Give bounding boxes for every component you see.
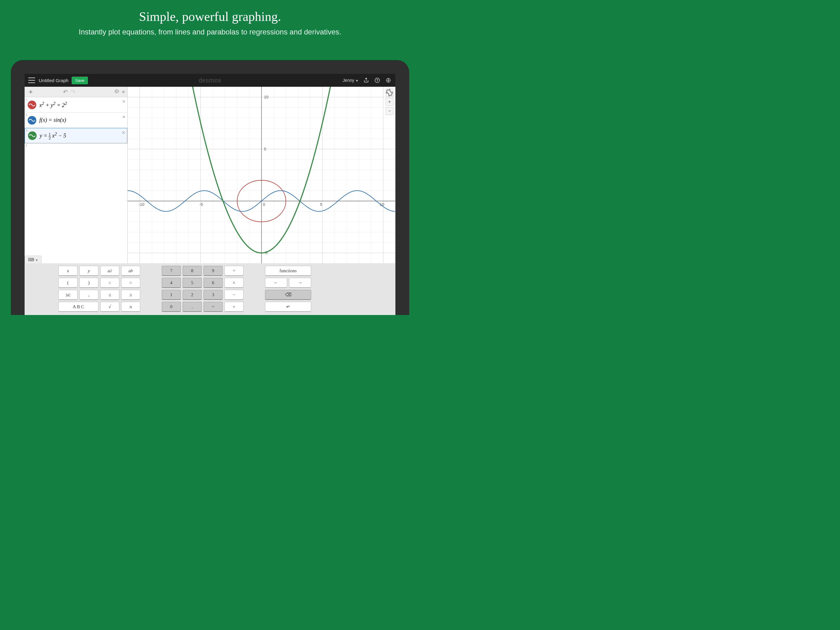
share-icon[interactable] bbox=[363, 77, 369, 84]
expression-formula[interactable]: y = 12 x2 − 5 bbox=[39, 131, 66, 140]
graph-settings-button[interactable] bbox=[385, 89, 393, 97]
keyboard-icon: ⌨ bbox=[28, 257, 34, 262]
key-[interactable]: π bbox=[121, 302, 140, 312]
expression-row[interactable]: 2f(x) = sin(x)× bbox=[25, 112, 127, 128]
expression-row[interactable]: 1x2 + y2 = 22× bbox=[25, 97, 127, 112]
expression-formula[interactable]: f(x) = sin(x) bbox=[39, 117, 66, 123]
delete-expression-button[interactable]: × bbox=[122, 114, 125, 120]
zoom-in-button[interactable]: + bbox=[385, 98, 393, 106]
key-[interactable]: − bbox=[224, 290, 243, 300]
add-expression-button[interactable]: + bbox=[27, 88, 35, 96]
expression-toolbar: + ↶ ↷ « bbox=[25, 87, 127, 97]
key-2[interactable]: 2 bbox=[183, 290, 202, 300]
key-[interactable]: √ bbox=[100, 302, 119, 312]
user-menu[interactable]: Jenny ▼ bbox=[343, 78, 358, 83]
graph-canvas[interactable]: -10-50510-5510 bbox=[128, 87, 395, 263]
key-6[interactable]: 6 bbox=[204, 278, 223, 288]
gear-icon[interactable] bbox=[114, 89, 119, 95]
key-a[interactable]: |a| bbox=[58, 290, 77, 300]
expression-panel: + ↶ ↷ « 1x2 + y2 = 22×2f(x) = sin(x)×3y … bbox=[25, 87, 128, 263]
undo-button[interactable]: ↶ bbox=[63, 89, 68, 95]
hero-title: Simple, powerful graphing. bbox=[0, 9, 420, 24]
key-[interactable]: ≥ bbox=[121, 290, 140, 300]
key-[interactable]: ) bbox=[79, 278, 98, 288]
expression-index: 1 bbox=[25, 98, 27, 101]
key-7[interactable]: 7 bbox=[162, 266, 181, 276]
key-1[interactable]: 1 bbox=[162, 290, 181, 300]
expression-color-icon[interactable] bbox=[28, 101, 36, 109]
brand-logo: desmos bbox=[199, 77, 221, 84]
user-name-label: Jenny bbox=[343, 78, 354, 83]
expression-index: 2 bbox=[25, 113, 27, 116]
keyboard-toggle[interactable]: ⌨ ▼ bbox=[25, 256, 41, 263]
delete-expression-button[interactable]: × bbox=[122, 98, 125, 105]
key-[interactable]: ⌫ bbox=[265, 290, 311, 300]
svg-text:?: ? bbox=[376, 78, 378, 82]
key-[interactable]: ÷ bbox=[224, 266, 243, 276]
expression-color-icon[interactable] bbox=[28, 131, 36, 140]
svg-text:5: 5 bbox=[320, 202, 322, 207]
svg-text:5: 5 bbox=[264, 147, 266, 151]
key-4[interactable]: 4 bbox=[162, 278, 181, 288]
math-keyboard: xya2ab()<>|a|,≤≥A B C√π 789÷456×123−0.=+… bbox=[25, 263, 395, 315]
key-9[interactable]: 9 bbox=[204, 266, 223, 276]
key-0[interactable]: 0 bbox=[162, 302, 181, 312]
key-[interactable]: × bbox=[224, 278, 243, 288]
key-[interactable]: ( bbox=[58, 278, 77, 288]
key-[interactable]: ≤ bbox=[100, 290, 119, 300]
graph-area[interactable]: -10-50510-5510 + − bbox=[128, 87, 395, 263]
expression-color-icon[interactable] bbox=[28, 116, 36, 125]
svg-text:0: 0 bbox=[263, 202, 265, 207]
topbar: Untitled Graph Save desmos Jenny ▼ ? bbox=[25, 74, 395, 87]
delete-expression-button[interactable]: × bbox=[122, 130, 125, 136]
key-[interactable]: < bbox=[100, 278, 119, 288]
svg-text:-5: -5 bbox=[199, 202, 203, 207]
key-abc[interactable]: A B C bbox=[58, 302, 98, 312]
key-[interactable]: ← bbox=[265, 278, 287, 288]
key-[interactable]: ↵ bbox=[265, 302, 311, 312]
key-[interactable]: = bbox=[204, 302, 223, 312]
redo-button[interactable]: ↷ bbox=[71, 89, 75, 95]
key-8[interactable]: 8 bbox=[183, 266, 202, 276]
collapse-panel-button[interactable]: « bbox=[122, 89, 125, 95]
expression-row[interactable]: 3y = 12 x2 − 5× bbox=[25, 128, 127, 143]
key-y[interactable]: y bbox=[79, 266, 98, 276]
graph-title[interactable]: Untitled Graph bbox=[39, 78, 69, 83]
key-3[interactable]: 3 bbox=[204, 290, 223, 300]
zoom-out-button[interactable]: − bbox=[385, 107, 393, 115]
expression-index: 4 bbox=[25, 144, 27, 147]
globe-icon[interactable] bbox=[385, 77, 392, 84]
menu-icon[interactable] bbox=[28, 78, 35, 83]
key-a[interactable]: ab bbox=[121, 266, 140, 276]
key-5[interactable]: 5 bbox=[183, 278, 202, 288]
key-[interactable]: > bbox=[121, 278, 140, 288]
svg-text:10: 10 bbox=[264, 95, 268, 99]
chevron-down-icon: ▼ bbox=[355, 79, 358, 82]
key-[interactable]: , bbox=[79, 290, 98, 300]
key-x[interactable]: x bbox=[58, 266, 77, 276]
expression-row-empty[interactable]: 4 bbox=[25, 143, 127, 151]
key-[interactable]: + bbox=[224, 302, 243, 312]
tablet-frame: Untitled Graph Save desmos Jenny ▼ ? bbox=[11, 60, 409, 315]
key-functions[interactable]: functions bbox=[265, 266, 311, 276]
expression-list: 1x2 + y2 = 22×2f(x) = sin(x)×3y = 12 x2 … bbox=[25, 97, 127, 263]
app-screen: Untitled Graph Save desmos Jenny ▼ ? bbox=[25, 74, 395, 315]
save-button[interactable]: Save bbox=[72, 77, 88, 84]
key-a[interactable]: a2 bbox=[100, 266, 119, 276]
hero-subtitle: Instantly plot equations, from lines and… bbox=[0, 28, 420, 36]
chevron-down-icon: ▼ bbox=[35, 259, 38, 262]
expression-formula[interactable]: x2 + y2 = 22 bbox=[39, 101, 67, 109]
svg-text:-10: -10 bbox=[139, 202, 145, 207]
key-[interactable]: . bbox=[183, 302, 202, 312]
expression-index: 3 bbox=[26, 129, 27, 132]
help-icon[interactable]: ? bbox=[374, 77, 381, 84]
key-[interactable]: → bbox=[289, 278, 311, 288]
